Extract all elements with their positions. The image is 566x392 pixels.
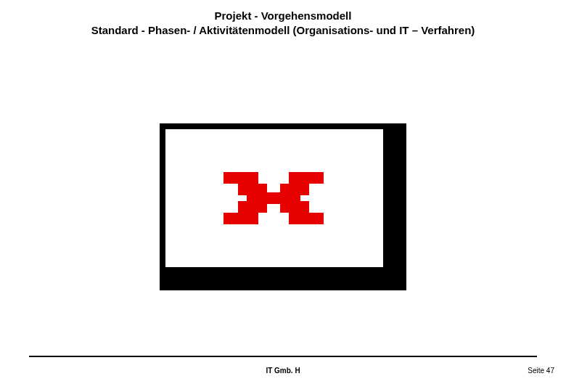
- slide: Projekt - Vorgehensmodell Standard - Pha…: [0, 0, 566, 392]
- slide-header: Projekt - Vorgehensmodell Standard - Pha…: [0, 0, 566, 38]
- title-line-2: Standard - Phasen- / Aktivitätenmodell (…: [0, 23, 566, 38]
- footer-page: Seite 47: [528, 367, 554, 375]
- title-line-1: Projekt - Vorgehensmodell: [0, 9, 566, 23]
- footer-center: IT Gmb. H: [0, 367, 566, 375]
- figure-frame: [160, 123, 406, 290]
- broken-image-icon: [216, 169, 332, 227]
- footer-rule: [29, 356, 537, 357]
- figure-canvas: [165, 129, 383, 267]
